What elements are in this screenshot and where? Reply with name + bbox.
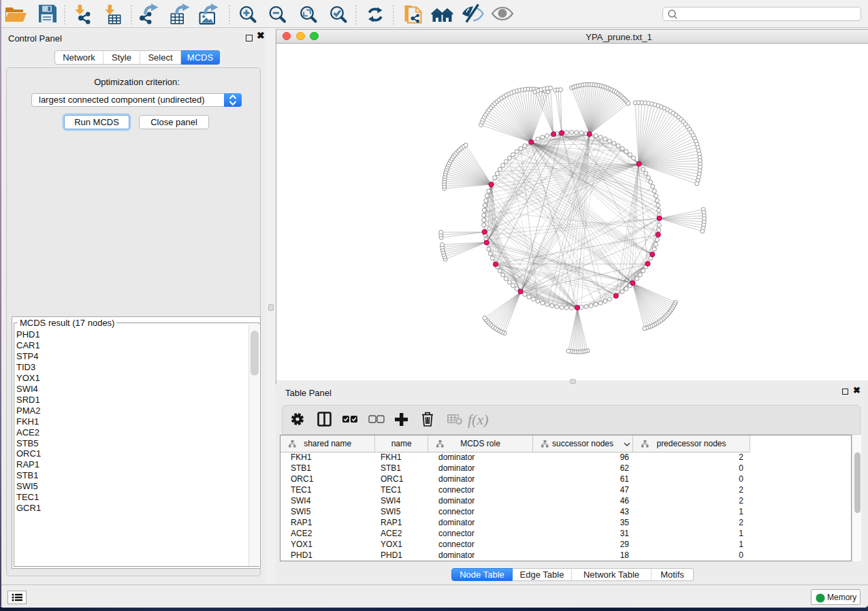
svg-text:f(x): f(x) <box>468 411 489 428</box>
